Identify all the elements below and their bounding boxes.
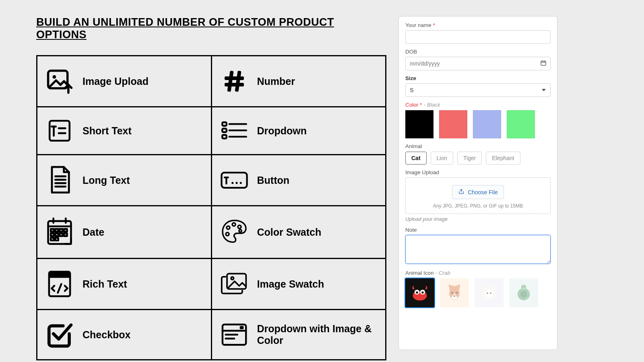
animal-chip[interactable]: Tiger (457, 152, 482, 165)
file-uploader[interactable]: Choose File Any JPG, JPEG, PNG, or GIF u… (405, 177, 551, 214)
dropdown-icon (220, 119, 248, 143)
svg-rect-34 (60, 229, 63, 232)
grid-label: Button (257, 175, 290, 186)
svg-point-43 (232, 223, 235, 226)
color-swatch-option[interactable] (507, 110, 535, 138)
svg-rect-7 (50, 121, 70, 141)
short-text-icon (45, 117, 74, 144)
date-icon (45, 216, 74, 248)
svg-rect-39 (64, 233, 67, 236)
svg-text:HTM: HTM (52, 273, 61, 278)
animal-icon-option-fox[interactable] (440, 278, 469, 307)
svg-rect-3 (225, 76, 244, 80)
svg-point-81 (520, 290, 528, 298)
svg-point-79 (490, 292, 491, 294)
grid-cell-short-text: Short Text (37, 107, 211, 154)
color-swatch-option[interactable] (439, 110, 467, 138)
name-label: Your name* (405, 22, 551, 28)
note-field[interactable] (405, 235, 551, 264)
upload-label: Image Upload (405, 169, 551, 175)
svg-rect-33 (55, 229, 58, 232)
svg-point-80 (518, 288, 530, 300)
svg-point-52 (231, 277, 233, 280)
animal-icon-option-turtle[interactable] (509, 278, 538, 307)
size-label: Size (405, 75, 551, 81)
note-label: Note (405, 227, 551, 233)
animal-chip[interactable]: Elephant (486, 152, 520, 165)
svg-rect-14 (222, 129, 227, 132)
animal-icon-option-sheep[interactable] (475, 278, 504, 307)
svg-point-70 (454, 295, 455, 297)
svg-rect-5 (227, 71, 233, 92)
color-swatch-icon (220, 217, 248, 247)
grid-cell-dropdown-image-color: Dropdown with Image & Color (212, 310, 386, 359)
svg-rect-36 (51, 233, 54, 236)
animal-label: Animal (405, 143, 551, 149)
svg-point-83 (522, 286, 523, 287)
svg-point-45 (226, 232, 229, 236)
svg-point-46 (239, 230, 241, 232)
grid-label: Checkbox (83, 329, 130, 341)
grid-label: Image Upload (83, 76, 149, 87)
grid-cell-long-text: Long Text (37, 155, 211, 205)
svg-point-1 (53, 75, 56, 79)
size-select[interactable]: S (405, 83, 551, 97)
grid-cell-image-swatch: Image Swatch (212, 259, 386, 309)
grid-cell-button: Button (212, 155, 386, 205)
long-text-icon (45, 165, 74, 195)
svg-point-69 (456, 292, 458, 294)
svg-rect-37 (55, 233, 58, 236)
animal-chip[interactable]: Lion (431, 152, 453, 165)
rich-text-icon: HTM (45, 269, 74, 299)
dob-label: DOB (405, 49, 551, 55)
grid-label: Dropdown with Image & Color (257, 323, 378, 346)
upload-hint: Any JPG, JPEG, PNG, or GIF up to 15MB (410, 203, 546, 209)
button-icon (220, 170, 248, 191)
svg-rect-16 (222, 135, 227, 139)
svg-point-26 (235, 182, 237, 184)
grid-label: Short Text (83, 125, 132, 137)
svg-point-74 (481, 291, 488, 298)
grid-label: Date (83, 226, 104, 238)
grid-label: Rich Text (83, 278, 127, 290)
svg-rect-32 (51, 229, 54, 232)
svg-line-50 (58, 284, 62, 293)
grid-label: Image Swatch (257, 278, 324, 290)
grid-cell-number: Number (212, 56, 386, 106)
svg-point-73 (490, 286, 496, 292)
svg-point-27 (239, 182, 242, 184)
number-icon (220, 68, 248, 94)
svg-point-44 (238, 225, 241, 228)
svg-point-82 (521, 284, 526, 290)
animal-icon-option-crab[interactable] (405, 278, 434, 307)
svg-rect-12 (222, 122, 227, 126)
choose-file-button[interactable]: Choose File (452, 185, 504, 199)
color-label: Color* - Black (405, 102, 551, 108)
dob-field[interactable] (405, 57, 551, 70)
upload-help: Upload your image (405, 216, 551, 222)
form-preview-panel: Your name* DOB Size S Color* - Black (398, 16, 557, 350)
svg-rect-6 (235, 71, 241, 92)
color-swatch-option[interactable] (473, 110, 501, 138)
dropdown-image-color-icon (220, 321, 248, 349)
svg-point-66 (416, 292, 418, 294)
svg-point-71 (482, 286, 488, 292)
option-type-grid: Image Upload Number (36, 55, 386, 360)
grid-label: Color Swatch (257, 226, 322, 238)
animal-icon-label: Animal Icon - Crab (405, 270, 551, 276)
grid-label: Long Text (83, 175, 130, 186)
name-field[interactable] (405, 30, 551, 44)
svg-rect-35 (64, 229, 67, 232)
grid-label: Number (257, 76, 295, 87)
animal-chip[interactable]: Cat (405, 152, 427, 165)
grid-cell-color-swatch: Color Swatch (212, 206, 386, 258)
upload-icon (458, 188, 464, 196)
svg-rect-22 (221, 173, 247, 188)
grid-cell-image-upload: Image Upload (37, 56, 211, 106)
color-swatch-option[interactable] (405, 110, 433, 138)
svg-point-78 (487, 292, 488, 294)
svg-rect-38 (60, 233, 63, 236)
svg-point-77 (485, 290, 493, 298)
svg-point-68 (451, 292, 453, 294)
svg-rect-55 (239, 326, 244, 329)
